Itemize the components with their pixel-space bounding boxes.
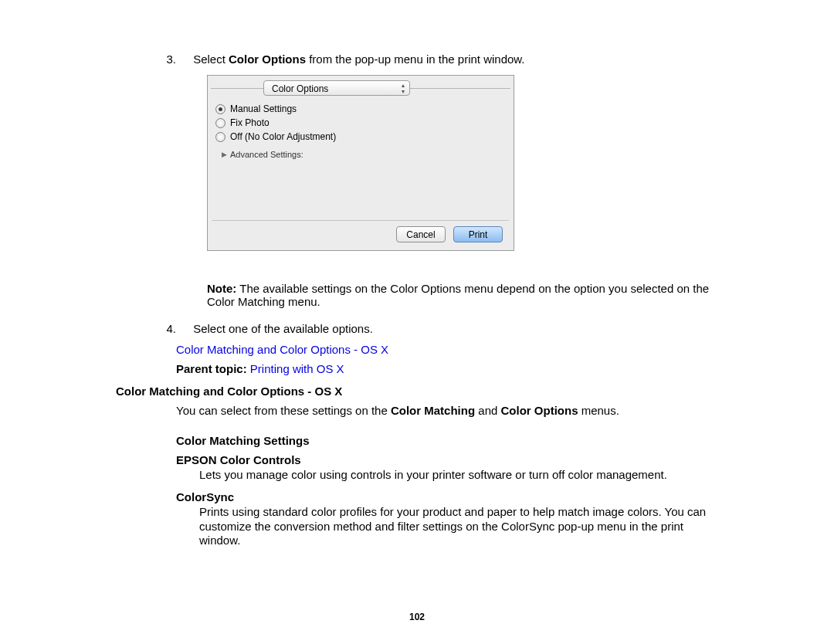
- section-intro-paragraph: You can select from these settings on th…: [176, 404, 717, 417]
- color-options-select-label: Color Options: [272, 83, 328, 94]
- radio-label: Fix Photo: [230, 117, 270, 128]
- print-dialog: Color Options ▴▾ Manual Settings Fix Pho…: [207, 75, 514, 251]
- radio-manual-settings[interactable]: Manual Settings: [215, 102, 336, 116]
- related-link[interactable]: Color Matching and Color Options - OS X: [176, 343, 726, 356]
- dialog-divider-bottom: [212, 220, 509, 221]
- epson-color-controls-text: Lets you manage color using controls in …: [199, 468, 724, 483]
- print-button[interactable]: Print: [453, 226, 503, 242]
- page: 3. Select Color Options from the pop-up …: [0, 0, 834, 644]
- radio-dot-icon: [219, 107, 222, 111]
- p-post: menus.: [578, 404, 619, 417]
- heading-colorsync: ColorSync: [176, 490, 726, 503]
- advanced-settings-label: Advanced Settings:: [230, 150, 303, 159]
- radio-icon: [215, 132, 225, 142]
- p-mid: and: [475, 404, 500, 417]
- step-4-number: 4.: [116, 322, 190, 335]
- page-number: 102: [0, 612, 834, 622]
- step-3-post: from the pop-up menu in the print window…: [306, 53, 525, 66]
- heading-epson-color-controls: EPSON Color Controls: [176, 453, 726, 466]
- step-3-text: Select Color Options from the pop-up men…: [193, 53, 718, 66]
- radio-icon: [215, 118, 225, 128]
- advanced-settings-disclosure[interactable]: ▶ Advanced Settings:: [222, 150, 303, 159]
- step-3-pre: Select: [193, 53, 229, 66]
- step-3-number: 3.: [116, 53, 190, 66]
- heading-color-matching-settings: Color Matching Settings: [176, 434, 726, 447]
- step-4-text: Select one of the available options.: [193, 322, 718, 335]
- disclosure-triangle-icon: ▶: [222, 151, 227, 158]
- parent-topic: Parent topic: Printing with OS X: [176, 362, 726, 375]
- cancel-button[interactable]: Cancel: [396, 226, 446, 242]
- parent-topic-label: Parent topic:: [176, 362, 250, 375]
- p-b1: Color Matching: [391, 404, 475, 417]
- step-3-bold: Color Options: [229, 53, 306, 66]
- note-label: Note:: [207, 282, 236, 295]
- note-block: Note: The available settings on the Colo…: [207, 282, 717, 308]
- page-content: 3. Select Color Options from the pop-up …: [116, 53, 726, 548]
- chevron-updown-icon: ▴▾: [402, 83, 405, 95]
- radio-label: Manual Settings: [230, 103, 297, 114]
- step-3: 3. Select Color Options from the pop-up …: [116, 53, 726, 66]
- link-color-matching-options[interactable]: Color Matching and Color Options - OS X: [176, 343, 388, 356]
- radio-group: Manual Settings Fix Photo Off (No Color …: [215, 102, 336, 144]
- radio-label: Off (No Color Adjustment): [230, 131, 336, 142]
- parent-topic-link[interactable]: Printing with OS X: [250, 362, 344, 375]
- p-b2: Color Options: [501, 404, 578, 417]
- step-4: 4. Select one of the available options.: [116, 322, 726, 335]
- note-text: The available settings on the Color Opti…: [207, 282, 709, 308]
- color-options-select[interactable]: Color Options ▴▾: [263, 80, 410, 96]
- radio-off-no-color-adjustment[interactable]: Off (No Color Adjustment): [215, 130, 336, 144]
- colorsync-text: Prints using standard color profiles for…: [199, 505, 724, 548]
- p-pre: You can select from these settings on th…: [176, 404, 391, 417]
- radio-fix-photo[interactable]: Fix Photo: [215, 116, 336, 130]
- section-heading-color-matching-options: Color Matching and Color Options - OS X: [116, 385, 726, 398]
- radio-icon: [215, 104, 225, 114]
